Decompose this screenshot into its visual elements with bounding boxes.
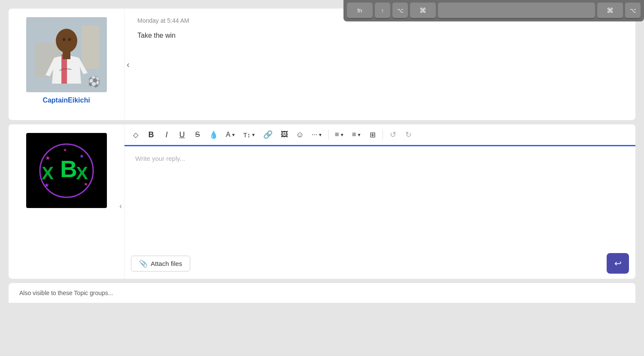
bold-btn[interactable]: B	[144, 128, 158, 142]
option-key[interactable]: ⌥	[392, 3, 408, 18]
svg-point-5	[63, 38, 65, 41]
svg-point-3	[56, 29, 77, 53]
link-btn[interactable]: 🔗	[260, 128, 276, 142]
bottom-preview: Also visible to these Topic groups...	[9, 283, 635, 303]
font-size-btn[interactable]: T↕▼	[240, 128, 259, 142]
svg-text:★: ★	[45, 154, 51, 161]
attach-files-label: Attach files	[151, 260, 182, 267]
reply-nav-arrow[interactable]: ‹	[119, 202, 122, 211]
redo-btn[interactable]: ↻	[401, 128, 415, 142]
main-content: CaptainEikichi ‹ Monday at 5:44 AM Take …	[0, 0, 644, 356]
attach-files-button[interactable]: 📎 Attach files	[131, 256, 190, 272]
svg-text:★: ★	[84, 181, 88, 187]
reply-editor-section: ◇ B I U S 💧 A▼ T↕▼ 🔗 🖼 ☺ ···▼ ≡▼ ≡▼ ⊞ ↺ …	[125, 124, 635, 279]
strikethrough-btn[interactable]: S	[191, 128, 204, 142]
cmd-key-right[interactable]: ⌘	[597, 3, 623, 18]
message-text: Take the win	[137, 30, 623, 41]
reply-icon: ↩	[614, 258, 622, 269]
align-btn[interactable]: ≡▼	[332, 128, 347, 142]
svg-text:X: X	[42, 163, 54, 183]
avatar-section: CaptainEikichi	[9, 9, 125, 120]
underline-btn[interactable]: U	[175, 128, 189, 142]
keyboard-overlay: fn ↑ ⌥ ⌘ ⌘ ⌥	[343, 0, 644, 21]
reply-submit-button[interactable]: ↩	[607, 253, 629, 274]
username[interactable]: CaptainEikichi	[43, 97, 90, 104]
svg-text:★: ★	[79, 153, 84, 159]
cmd-key-left[interactable]: ⌘	[410, 3, 436, 18]
message-card: CaptainEikichi ‹ Monday at 5:44 AM Take …	[9, 9, 635, 120]
svg-text:★: ★	[44, 182, 49, 188]
reply-avatar-section: B X X ★ ★ ★ ★ ★	[9, 124, 125, 279]
emoji-btn[interactable]: ☺	[293, 128, 307, 142]
spacebar-key[interactable]	[438, 3, 595, 18]
toolbar-sep-1	[328, 130, 329, 140]
image-btn[interactable]: 🖼	[277, 128, 291, 142]
svg-rect-1	[82, 26, 99, 69]
font-color-btn[interactable]: A▼	[223, 128, 239, 142]
nav-arrow-left[interactable]: ‹	[122, 55, 134, 74]
reply-avatar: B X X ★ ★ ★ ★ ★	[26, 133, 107, 208]
message-content: Monday at 5:44 AM Take the win	[125, 9, 635, 120]
up-arrow-key[interactable]: ↑	[375, 3, 390, 18]
svg-rect-4	[63, 51, 70, 59]
svg-text:★: ★	[63, 148, 67, 152]
svg-point-6	[68, 38, 71, 41]
reply-placeholder: Write your reply...	[135, 155, 185, 162]
keyboard-row-bottom: fn ↑ ⌥ ⌘ ⌘ ⌥	[347, 3, 641, 18]
paperclip-icon: 📎	[139, 259, 148, 268]
undo-btn[interactable]: ↺	[386, 128, 400, 142]
svg-text:B: B	[60, 156, 77, 182]
editor-bottom-bar: 📎 Attach files ↩	[125, 248, 635, 279]
toolbar-sep-2	[383, 130, 383, 140]
reply-card: B X X ★ ★ ★ ★ ★ ‹ ◇ B I U	[9, 124, 635, 279]
svg-text:X: X	[76, 163, 88, 183]
italic-btn[interactable]: I	[160, 128, 173, 142]
table-btn[interactable]: ⊞	[366, 128, 380, 142]
list-btn[interactable]: ≡▼	[349, 128, 365, 142]
editor-toolbar: ◇ B I U S 💧 A▼ T↕▼ 🔗 🖼 ☺ ···▼ ≡▼ ≡▼ ⊞ ↺ …	[125, 124, 635, 146]
reply-textarea[interactable]: Write your reply...	[125, 146, 635, 248]
option-key-right[interactable]: ⌥	[625, 3, 641, 18]
more-btn[interactable]: ···▼	[309, 128, 325, 142]
eraser-btn[interactable]: ◇	[129, 128, 143, 142]
avatar	[26, 17, 107, 92]
fn-key[interactable]: fn	[347, 3, 373, 18]
bottom-preview-text: Also visible to these Topic groups...	[19, 290, 113, 296]
ink-btn[interactable]: 💧	[206, 128, 221, 142]
